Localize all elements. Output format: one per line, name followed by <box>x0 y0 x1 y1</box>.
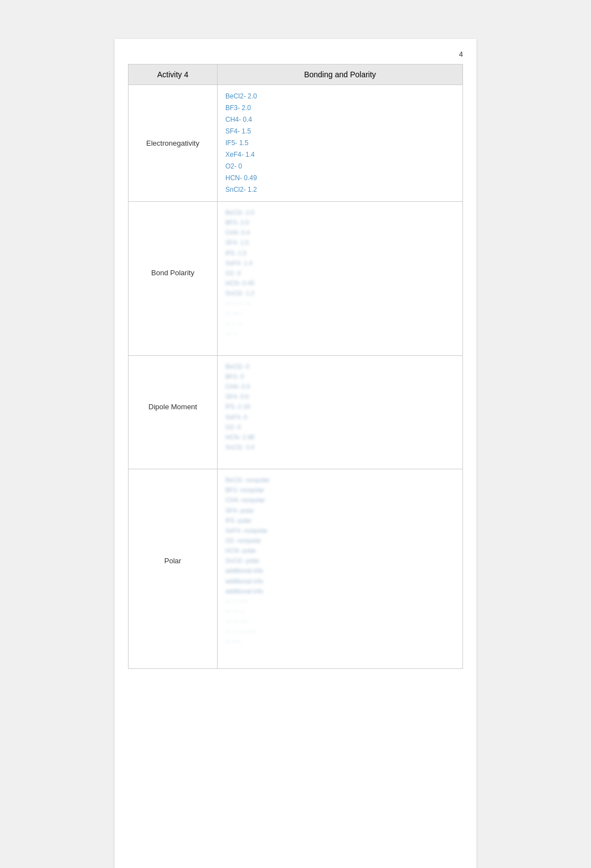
list-item: IF5- 1.5 <box>225 137 455 149</box>
blurred-line: ···· ·· ·· ···· <box>225 298 455 308</box>
list-item: SF4- 0.6 <box>225 391 455 401</box>
row-label: Bond Polarity <box>129 202 218 356</box>
list-item: additional info <box>225 586 455 596</box>
blurred-line: ···· ·· ····· <box>225 596 455 606</box>
list-item: SnCl2- 1.2 <box>225 184 455 196</box>
row-label: Electronegativity <box>129 85 218 202</box>
list-item: CH4- 0.4 <box>225 227 455 237</box>
blurred-line: ···· ··· ····· <box>225 616 455 626</box>
col-header-activity: Activity 4 <box>129 65 218 85</box>
row-label: Polar <box>129 469 218 669</box>
list-item: XeF4- 1.4 <box>225 258 455 268</box>
list-item: BeCl2- 2.0 <box>225 207 455 217</box>
list-item: XeF4- nonpolar <box>225 525 455 535</box>
list-item: BeCl2- 2.0 <box>225 91 455 102</box>
table-row: PolarBeCl2- nonpolarBF3- nonpolarCH4- no… <box>129 469 463 669</box>
page-number: 4 <box>128 50 463 58</box>
list-item: CH4- 0.0 <box>225 381 455 391</box>
table-row: Dipole MomentBeCl2- 0BF3- 0CH4- 0.0SF4- … <box>129 355 463 469</box>
row-content: BeCl2- 2.0BF3- 2.0CH4- 0.4SF4- 1.5IF5- 1… <box>218 202 463 356</box>
list-item: SF4- 1.5 <box>225 237 455 247</box>
table-row: ElectronegativityBeCl2- 2.0BF3- 2.0CH4- … <box>129 85 463 202</box>
blurred-line: ··· ·· ··· <box>225 319 455 329</box>
list-item: BF3- 2.0 <box>225 102 455 114</box>
list-item: BF3- 2.0 <box>225 217 455 227</box>
blurred-line: ··· ···· · <box>225 308 455 318</box>
list-item: CH4- nonpolar <box>225 495 455 505</box>
list-item: HCN- 2.98 <box>225 432 455 442</box>
list-item: IF5- 1.5 <box>225 248 455 258</box>
list-item: SnCl2- polar <box>225 555 455 566</box>
blurred-line: ···· ·· <box>225 329 455 339</box>
list-item: SF4- 1.5 <box>225 126 455 137</box>
row-content: BeCl2- nonpolarBF3- nonpolarCH4- nonpola… <box>218 469 463 669</box>
list-item: CH4- 0.4 <box>225 114 455 126</box>
list-item: XeF4- 1.4 <box>225 149 455 161</box>
list-item: SnCl2- 1.2 <box>225 288 455 298</box>
blurred-line: ··· ···· ·· <box>225 606 455 616</box>
list-item: additional info <box>225 566 455 576</box>
list-item: HCN- 0.49 <box>225 172 455 184</box>
row-content: BeCl2- 2.0BF3- 2.0CH4- 0.4SF4- 1.5IF5- 1… <box>218 85 463 202</box>
row-content: BeCl2- 0BF3- 0CH4- 0.0SF4- 0.6IF5- 2.18X… <box>218 355 463 469</box>
list-item: O2- nonpolar <box>225 535 455 545</box>
activity-table: Activity 4 Bonding and Polarity Electron… <box>128 64 463 669</box>
page-container: 4 Activity 4 Bonding and Polarity Electr… <box>115 39 476 868</box>
table-row: Bond PolarityBeCl2- 2.0BF3- 2.0CH4- 0.4S… <box>129 202 463 356</box>
blurred-line: ···· ·· ···· ····· <box>225 626 455 636</box>
list-item: XeF4- 0 <box>225 412 455 422</box>
row-label: Dipole Moment <box>129 355 218 469</box>
col-header-bonding: Bonding and Polarity <box>218 65 463 85</box>
list-item: IF5- 2.18 <box>225 401 455 411</box>
list-item: BF3- nonpolar <box>225 485 455 495</box>
list-item: O2- 0 <box>225 161 455 172</box>
list-item: HCN- polar <box>225 545 455 555</box>
blurred-line: ··· ····· <box>225 636 455 646</box>
list-item: BF3- 0 <box>225 371 455 381</box>
list-item: O2- 0 <box>225 268 455 278</box>
list-item: BeCl2- nonpolar <box>225 475 455 485</box>
list-item: additional info <box>225 576 455 586</box>
list-item: SF4- polar <box>225 505 455 515</box>
list-item: SnCl2- 3.4 <box>225 442 455 452</box>
list-item: HCN- 0.49 <box>225 278 455 288</box>
list-item: IF5- polar <box>225 515 455 525</box>
list-item: BeCl2- 0 <box>225 361 455 371</box>
list-item: O2- 0 <box>225 422 455 432</box>
